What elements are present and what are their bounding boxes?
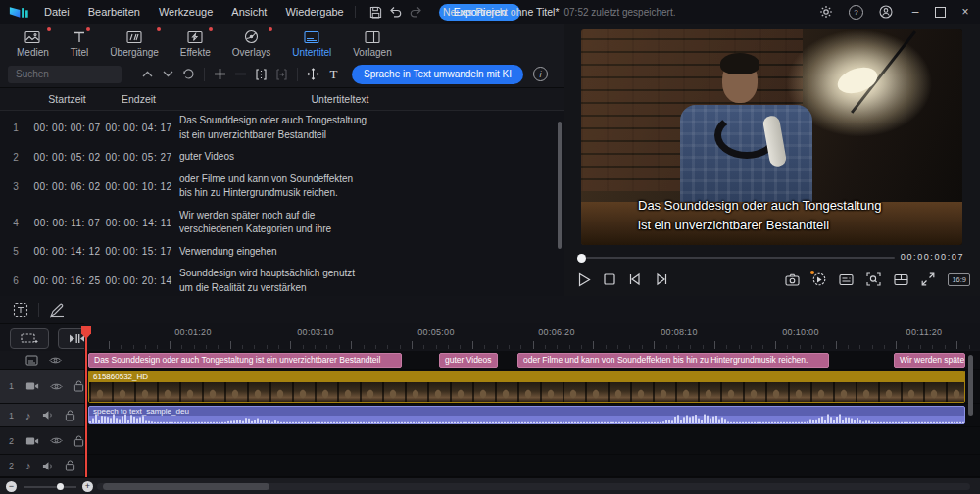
fullscreen-icon[interactable] xyxy=(921,272,935,286)
merge-subtitle-icon[interactable] xyxy=(271,65,292,84)
maximize-button[interactable] xyxy=(935,7,946,18)
video-track-2-lane[interactable] xyxy=(84,427,980,455)
remove-subtitle-icon[interactable] xyxy=(230,65,251,84)
tab-untertitel[interactable]: Untertitel xyxy=(283,27,340,58)
menu-item-ansicht[interactable]: Ansicht xyxy=(231,6,267,18)
find-next-icon[interactable] xyxy=(158,65,178,84)
close-button[interactable]: × xyxy=(958,5,972,19)
subtitle-overlay[interactable]: Das Sounddesign oder auch Tongestaltung … xyxy=(638,196,881,235)
zoom-out-icon[interactable]: − xyxy=(6,481,17,492)
row-subtitle-text[interactable]: Das Sounddesign oder auch Tongestaltung … xyxy=(174,114,564,142)
subtitle-clip[interactable]: guter Videos xyxy=(439,353,498,368)
video-clip[interactable]: 615860532_HD xyxy=(88,370,965,403)
subtitle-clip[interactable]: Wir werden später n xyxy=(894,353,965,368)
move-tool-icon[interactable] xyxy=(303,65,323,84)
add-subtitle-icon[interactable] xyxy=(210,65,230,84)
aspect-ratio-badge[interactable]: 16:9 xyxy=(948,273,970,286)
track-lock-icon[interactable] xyxy=(74,435,84,447)
row-start-time[interactable]: 00: 00: 06: 02 xyxy=(31,181,103,192)
track-visibility-eye-icon[interactable] xyxy=(50,382,63,391)
row-subtitle-text[interactable]: Wir werden später noch auf die verschied… xyxy=(174,209,564,237)
audio-clip[interactable]: speech to text_sample_deu xyxy=(88,406,965,424)
account-icon[interactable] xyxy=(876,2,896,22)
timeline-vertical-scrollbar[interactable] xyxy=(968,355,973,416)
save-icon[interactable] xyxy=(367,2,386,22)
audio-track-1-lane[interactable]: speech to text_sample_deu xyxy=(84,404,980,427)
table-row[interactable]: 1 00: 00: 00: 07 00: 00: 04: 17 Das Soun… xyxy=(0,110,564,146)
timeline-zoom-slider[interactable] xyxy=(24,481,76,492)
row-start-time[interactable]: 00: 00: 16: 25 xyxy=(31,275,103,286)
row-end-time[interactable]: 00: 00: 10: 12 xyxy=(103,181,174,192)
row-end-time[interactable]: 00: 00: 04: 17 xyxy=(103,123,174,133)
timeline-ruler[interactable]: 00:01:20 00:03:10 00:05:00 00:06:20 00:0… xyxy=(84,323,980,349)
seek-handle[interactable] xyxy=(577,254,586,263)
row-end-time[interactable]: 00: 00: 14: 11 xyxy=(103,218,174,228)
menu-item-bearbeiten[interactable]: Bearbeiten xyxy=(88,6,140,18)
menu-item-wiedergabe[interactable]: Wiedergabe xyxy=(285,6,343,18)
pen-edit-icon[interactable] xyxy=(44,300,70,320)
snapshot-camera-icon[interactable] xyxy=(785,273,800,286)
tab-effekte[interactable]: Effekte xyxy=(172,27,220,58)
table-scrollbar[interactable] xyxy=(558,122,562,249)
video-frame[interactable]: Das Sounddesign oder auch Tongestaltung … xyxy=(581,29,962,245)
find-previous-icon[interactable] xyxy=(137,65,158,84)
text-tool-icon[interactable]: T xyxy=(323,65,344,84)
next-frame-button[interactable] xyxy=(655,272,668,286)
row-subtitle-text[interactable]: oder Filme und kann von Soundeffekten bi… xyxy=(174,173,564,201)
menu-item-werkzeuge[interactable]: Werkzeuge xyxy=(159,6,213,18)
row-subtitle-text[interactable]: guter Videos xyxy=(174,150,564,165)
video-track-1-lane[interactable]: 615860532_HD xyxy=(84,370,980,404)
row-start-time[interactable]: 00: 00: 00: 07 xyxy=(31,123,103,133)
tab-uebergaenge[interactable]: Übergänge xyxy=(101,27,167,58)
track-lock-icon[interactable] xyxy=(74,380,84,392)
help-icon[interactable]: ? xyxy=(849,5,863,20)
split-subtitle-icon[interactable] xyxy=(251,65,271,84)
seek-bar[interactable] xyxy=(586,257,895,259)
subtitle-clip[interactable]: oder Filme und kann von Soundeffekten bi… xyxy=(517,353,829,368)
menu-item-datei[interactable]: Datei xyxy=(44,6,70,18)
table-row[interactable]: 2 00: 00: 05: 02 00: 00: 05: 27 guter Vi… xyxy=(0,146,564,169)
play-button[interactable] xyxy=(578,272,591,287)
horizontal-scrollbar-thumb[interactable] xyxy=(103,483,270,490)
previous-frame-button[interactable] xyxy=(628,272,642,286)
row-end-time[interactable]: 00: 00: 15: 17 xyxy=(103,246,174,257)
track-visibility-eye-icon[interactable] xyxy=(50,436,63,445)
replace-icon[interactable] xyxy=(178,65,199,84)
settings-gear-icon[interactable] xyxy=(816,2,836,22)
subtitle-clip[interactable]: Das Sounddesign oder auch Tongestaltung … xyxy=(88,353,402,368)
row-start-time[interactable]: 00: 00: 05: 02 xyxy=(31,152,103,163)
speech-to-text-button[interactable]: Sprache in Text umwandeln mit KI xyxy=(352,65,523,84)
tab-medien[interactable]: Medien xyxy=(8,27,58,58)
info-icon[interactable]: i xyxy=(533,67,548,81)
stop-button[interactable] xyxy=(604,273,615,285)
audio-track-2-lane[interactable] xyxy=(84,455,980,477)
track-lock-icon[interactable] xyxy=(65,460,75,471)
row-subtitle-text[interactable]: Verwendung eingehen xyxy=(174,245,564,260)
row-start-time[interactable]: 00: 00: 11: 07 xyxy=(31,218,103,228)
row-start-time[interactable]: 00: 00: 14: 12 xyxy=(31,246,103,257)
row-end-time[interactable]: 00: 00: 20: 14 xyxy=(103,275,174,286)
row-end-time[interactable]: 00: 00: 05: 27 xyxy=(103,152,174,163)
tab-vorlagen[interactable]: Vorlagen xyxy=(344,27,400,58)
table-row[interactable]: 6 00: 00: 16: 25 00: 00: 20: 14 Sounddes… xyxy=(0,263,564,296)
preview-zoom-icon[interactable] xyxy=(866,272,881,286)
render-preview-icon[interactable] xyxy=(812,272,826,286)
track-mute-speaker-icon[interactable] xyxy=(42,461,54,471)
text-box-tool-icon[interactable] xyxy=(8,300,33,320)
playhead-line[interactable] xyxy=(85,326,87,477)
zoom-in-icon[interactable]: + xyxy=(82,481,93,492)
track-visibility-eye-icon[interactable] xyxy=(49,356,62,365)
table-row[interactable]: 3 00: 00: 06: 02 00: 00: 10: 12 oder Fil… xyxy=(0,169,564,205)
redo-icon[interactable] xyxy=(406,2,425,22)
subtitle-track-lane[interactable]: Das Sounddesign oder auch Tongestaltung … xyxy=(84,351,980,370)
row-subtitle-text[interactable]: Sounddesign wird hauptsächlich genutzt u… xyxy=(174,267,564,295)
tab-overlays[interactable]: Overlays xyxy=(223,27,279,58)
split-screen-icon[interactable] xyxy=(894,273,908,286)
timeline-horizontal-scrollbar[interactable] xyxy=(97,483,970,490)
marker-list-icon[interactable] xyxy=(839,273,854,286)
table-row[interactable]: 4 00: 00: 11: 07 00: 00: 14: 11 Wir werd… xyxy=(0,205,564,241)
table-row[interactable]: 5 00: 00: 14: 12 00: 00: 15: 17 Verwendu… xyxy=(0,241,564,264)
tab-titel[interactable]: Titel xyxy=(62,27,98,58)
add-to-track-button[interactable] xyxy=(10,328,49,349)
zoom-slider-thumb[interactable] xyxy=(57,483,64,490)
